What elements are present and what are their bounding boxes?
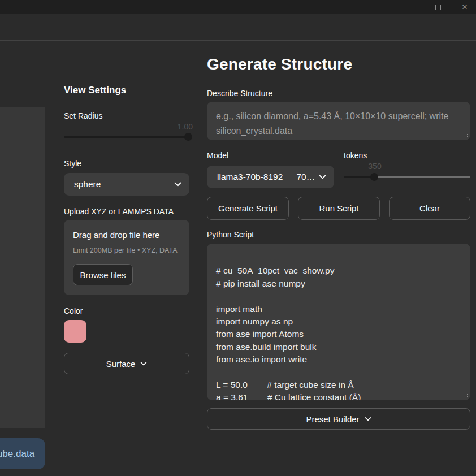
header-divider (0, 40, 476, 41)
upload-label: Upload XYZ or LAMMPS DATA (64, 207, 174, 216)
maximize-button[interactable] (434, 3, 442, 11)
describe-structure-input[interactable] (207, 102, 470, 140)
resize-handle-icon[interactable] (463, 133, 468, 139)
dropzone-limit-text: Limit 200MB per file • XYZ, DATA (73, 246, 178, 254)
run-script-button[interactable]: Run Script (298, 197, 380, 220)
tokens-label: tokens (344, 151, 367, 160)
color-label: Color (64, 306, 83, 315)
titlebar: ✕ (0, 0, 476, 14)
chevron-down-icon (174, 182, 181, 187)
radius-value: 1.00 (178, 122, 193, 131)
generate-script-button[interactable]: Generate Script (207, 197, 289, 220)
tokens-value: 350 (364, 162, 386, 171)
chevron-down-icon (140, 362, 147, 366)
radius-label: Set Radius (64, 111, 102, 120)
view-settings-panel: View Settings Set Radius 1.00 Style sphe… (64, 79, 189, 407)
dropzone-instruction: Drag and drop file here (73, 230, 159, 240)
close-icon: ✕ (462, 3, 468, 11)
chevron-down-icon (365, 417, 371, 421)
preset-builder-label: Preset Builder (306, 414, 359, 424)
model-select[interactable]: llama3-70b-8192 — 70… (207, 166, 334, 188)
tokens-slider-thumb[interactable] (370, 173, 378, 181)
radius-slider[interactable] (64, 136, 189, 138)
python-script-content[interactable]: # cu_50A_10pct_vac_show.py # pip install… (207, 244, 470, 400)
describe-structure-label: Describe Structure (207, 89, 272, 98)
file-uploader-dropzone[interactable]: Drag and drop file here Limit 200MB per … (64, 220, 189, 295)
style-label: Style (64, 159, 81, 168)
chevron-down-icon (319, 175, 326, 179)
resize-handle-icon[interactable] (463, 393, 468, 399)
model-select-value: llama3-70b-8192 — 70… (217, 172, 319, 182)
style-select[interactable]: sphere (64, 173, 189, 196)
minimize-icon (408, 7, 416, 7)
file-chip[interactable]: ube.data (0, 438, 45, 469)
sidebar-title: View Settings (64, 85, 126, 96)
clear-button[interactable]: Clear (389, 197, 470, 220)
page-title: Generate Structure (207, 55, 352, 73)
model-label: Model (207, 151, 228, 160)
python-script-field: # cu_50A_10pct_vac_show.py # pip install… (207, 244, 470, 400)
surface-expander-button[interactable]: Surface (64, 353, 189, 374)
close-button[interactable]: ✕ (461, 3, 469, 11)
left-panel-fragment (0, 107, 45, 428)
python-script-label: Python Script (207, 230, 254, 239)
tokens-slider[interactable] (344, 176, 470, 178)
file-chip-label: ube.data (0, 448, 34, 460)
color-swatch[interactable] (64, 320, 86, 343)
describe-structure-field (207, 102, 470, 140)
preset-builder-expander[interactable]: Preset Builder (207, 408, 470, 430)
radius-slider-thumb[interactable] (184, 133, 192, 141)
tokens-slider-fill (344, 176, 374, 178)
browse-files-button[interactable]: Browse files (73, 264, 133, 285)
generate-structure-panel: Generate Structure Describe Structure Mo… (207, 51, 470, 447)
style-select-value: sphere (74, 179, 174, 189)
minimize-button[interactable] (408, 3, 416, 11)
surface-expander-label: Surface (106, 359, 136, 369)
maximize-icon (435, 5, 441, 10)
